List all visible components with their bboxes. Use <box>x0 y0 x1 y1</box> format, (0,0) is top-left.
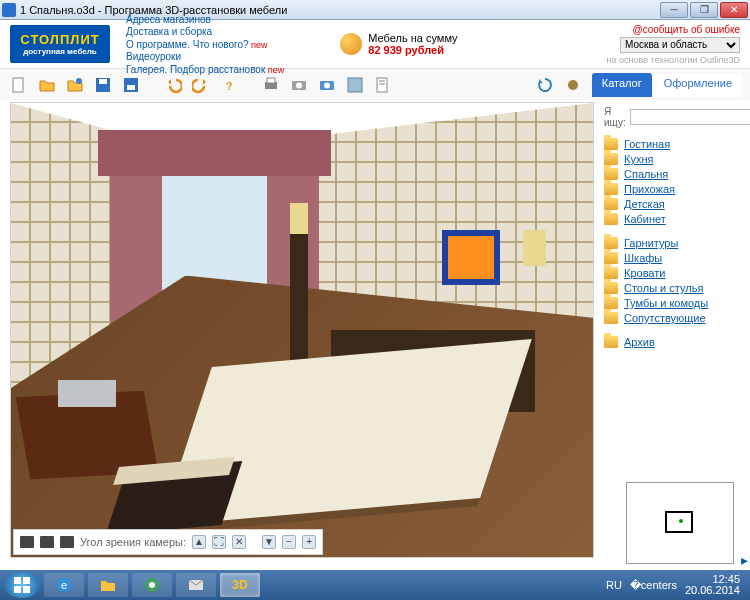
folder-icon <box>604 138 618 150</box>
tray-lang[interactable]: RU <box>606 579 622 591</box>
category-item[interactable]: Архив <box>604 336 742 348</box>
category-link[interactable]: Спальня <box>624 168 668 180</box>
folder-icon <box>604 336 618 348</box>
taskbar-app-3d[interactable]: 3D <box>220 573 260 597</box>
window-title: 1 Спальня.o3d - Программа 3D-расстановки… <box>20 4 660 16</box>
taskbar-app-chrome[interactable] <box>132 573 172 597</box>
folder-icon <box>604 213 618 225</box>
taskbar-app-explorer[interactable] <box>88 573 128 597</box>
svg-point-17 <box>568 80 578 90</box>
view-mode-icon[interactable] <box>60 536 74 548</box>
maximize-button[interactable]: ❐ <box>690 2 718 18</box>
category-link[interactable]: Архив <box>624 336 655 348</box>
cart-summary[interactable]: Мебель на сумму 82 939 рублей <box>340 32 457 56</box>
folder-icon <box>604 267 618 279</box>
search-input[interactable] <box>630 109 750 125</box>
category-item[interactable]: Кабинет <box>604 213 742 225</box>
save-button[interactable] <box>92 74 114 96</box>
tray-clock[interactable]: 12:45 20.06.2014 <box>685 574 740 596</box>
tray-flag-icon[interactable]: �centers <box>630 579 677 592</box>
tab-design[interactable]: Оформление <box>654 73 742 97</box>
folder-icon <box>604 198 618 210</box>
save-online-button[interactable] <box>120 74 142 96</box>
region-select[interactable]: Москва и область <box>620 37 740 53</box>
undo-button[interactable] <box>162 74 184 96</box>
angle-inc-button[interactable]: ▲ <box>192 535 206 549</box>
open-online-button[interactable] <box>64 74 86 96</box>
minus-button[interactable]: − <box>282 535 296 549</box>
refresh-button[interactable] <box>534 74 556 96</box>
tab-catalog[interactable]: Каталог <box>592 73 652 97</box>
svg-rect-13 <box>348 78 362 92</box>
plus-button[interactable]: + <box>302 535 316 549</box>
link-about[interactable]: О программе. Что нового? <box>126 39 249 50</box>
link-addresses[interactable]: Адреса магазинов <box>126 14 284 25</box>
viewport-controls: Угол зрения камеры: ▲ ⛶ ✕ ▼ − + <box>13 529 323 555</box>
view-mode-icon[interactable] <box>20 536 34 548</box>
start-button[interactable] <box>4 572 40 598</box>
taskbar-app-mail[interactable] <box>176 573 216 597</box>
link-gallery[interactable]: Галерея. Подбор расстановок <box>126 64 265 75</box>
settings-button[interactable] <box>562 74 584 96</box>
list-button[interactable] <box>372 74 394 96</box>
minimize-button[interactable]: ─ <box>660 2 688 18</box>
folder-icon <box>604 282 618 294</box>
report-error-link[interactable]: @сообщить об ошибке <box>632 24 740 35</box>
category-item[interactable]: Столы и стулья <box>604 282 742 294</box>
new-badge: new <box>249 40 268 50</box>
minimap-toggle[interactable]: ▸ <box>741 552 748 568</box>
category-link[interactable]: Кровати <box>624 267 665 279</box>
export-button[interactable] <box>344 74 366 96</box>
close-ctrl-button[interactable]: ✕ <box>232 535 246 549</box>
brand-logo[interactable]: СТОЛПЛИТ доступная мебель <box>10 25 110 63</box>
category-item[interactable]: Кухня <box>604 153 742 165</box>
close-button[interactable]: ✕ <box>720 2 748 18</box>
category-link[interactable]: Шкафы <box>624 252 662 264</box>
category-item[interactable]: Гарнитуры <box>604 237 742 249</box>
minimap-camera-icon <box>679 519 683 523</box>
3d-viewport[interactable]: Угол зрения камеры: ▲ ⛶ ✕ ▼ − + <box>10 102 594 558</box>
category-item[interactable]: Кровати <box>604 267 742 279</box>
camera-angle-label: Угол зрения камеры: <box>80 536 186 548</box>
view-mode-icon[interactable] <box>40 536 54 548</box>
taskbar-app-ie[interactable]: e <box>44 573 84 597</box>
help-button[interactable]: ? <box>218 74 240 96</box>
category-link[interactable]: Сопутствующие <box>624 312 706 324</box>
folder-icon <box>604 252 618 264</box>
logo-text: СТОЛПЛИТ <box>20 32 99 47</box>
category-link[interactable]: Прихожая <box>624 183 675 195</box>
panorama-button[interactable] <box>316 74 338 96</box>
category-item[interactable]: Сопутствующие <box>604 312 742 324</box>
category-item[interactable]: Детская <box>604 198 742 210</box>
category-link[interactable]: Тумбы и комоды <box>624 297 708 309</box>
category-item[interactable]: Шкафы <box>604 252 742 264</box>
svg-text:e: e <box>61 579 67 591</box>
category-item[interactable]: Спальня <box>604 168 742 180</box>
folder-icon <box>604 312 618 324</box>
link-video[interactable]: Видеоуроки <box>126 51 284 62</box>
category-item[interactable]: Тумбы и комоды <box>604 297 742 309</box>
window-titlebar: 1 Спальня.o3d - Программа 3D-расстановки… <box>0 0 750 20</box>
angle-dec-button[interactable]: ▼ <box>262 535 276 549</box>
screenshot-button[interactable] <box>288 74 310 96</box>
category-link[interactable]: Кабинет <box>624 213 666 225</box>
category-link[interactable]: Столы и стулья <box>624 282 703 294</box>
svg-text:?: ? <box>226 80 233 92</box>
category-link[interactable]: Гостиная <box>624 138 670 150</box>
category-link[interactable]: Детская <box>624 198 665 210</box>
category-link[interactable]: Гарнитуры <box>624 237 678 249</box>
category-link[interactable]: Кухня <box>624 153 653 165</box>
print-button[interactable] <box>260 74 282 96</box>
logo-subtitle: доступная мебель <box>23 47 97 56</box>
category-item[interactable]: Гостиная <box>604 138 742 150</box>
main-toolbar: ? Каталог Оформление <box>0 68 750 100</box>
redo-button[interactable] <box>190 74 212 96</box>
folder-icon <box>604 237 618 249</box>
link-delivery[interactable]: Доставка и сборка <box>126 26 284 37</box>
zoom-button[interactable]: ⛶ <box>212 535 226 549</box>
minimap[interactable] <box>626 482 734 564</box>
open-file-button[interactable] <box>36 74 58 96</box>
scene-render <box>11 103 593 557</box>
category-item[interactable]: Прихожая <box>604 183 742 195</box>
new-file-button[interactable] <box>8 74 30 96</box>
